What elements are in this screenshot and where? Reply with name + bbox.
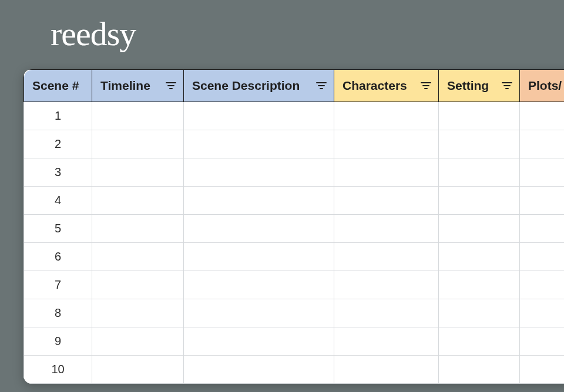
cell[interactable] bbox=[184, 158, 334, 187]
table-row: 10 bbox=[24, 356, 565, 384]
cell[interactable] bbox=[439, 102, 520, 130]
spreadsheet: Scene # Timeline Scene Description bbox=[24, 69, 564, 384]
cell[interactable] bbox=[184, 187, 334, 215]
cell[interactable] bbox=[184, 215, 334, 243]
cell[interactable] bbox=[439, 327, 520, 356]
cell[interactable] bbox=[520, 327, 565, 356]
cell[interactable] bbox=[439, 215, 520, 243]
cell[interactable] bbox=[439, 130, 520, 158]
cell[interactable] bbox=[334, 356, 439, 384]
cell[interactable] bbox=[334, 327, 439, 356]
cell-scene-num[interactable]: 4 bbox=[24, 187, 92, 215]
col-header-scene-description[interactable]: Scene Description bbox=[184, 70, 334, 102]
cell[interactable] bbox=[439, 187, 520, 215]
cell[interactable] bbox=[520, 356, 565, 384]
cell-scene-num[interactable]: 3 bbox=[24, 158, 92, 187]
col-label: Characters bbox=[343, 79, 407, 93]
cell-scene-num[interactable]: 10 bbox=[24, 356, 92, 384]
cell-scene-num[interactable]: 9 bbox=[24, 327, 92, 356]
col-label: Scene # bbox=[32, 79, 79, 93]
cell[interactable] bbox=[334, 243, 439, 271]
filter-icon[interactable] bbox=[502, 82, 512, 90]
cell[interactable] bbox=[334, 187, 439, 215]
col-label: Plots/ bbox=[528, 79, 562, 93]
filter-icon[interactable] bbox=[316, 82, 327, 90]
cell[interactable] bbox=[520, 271, 565, 299]
cell-scene-num[interactable]: 2 bbox=[24, 130, 92, 158]
cell[interactable] bbox=[92, 271, 184, 299]
cell[interactable] bbox=[520, 158, 565, 187]
col-label: Setting bbox=[447, 79, 489, 93]
cell[interactable] bbox=[184, 327, 334, 356]
table-row: 9 bbox=[24, 327, 565, 356]
cell[interactable] bbox=[520, 243, 565, 271]
cell[interactable] bbox=[520, 102, 565, 130]
cell[interactable] bbox=[439, 356, 520, 384]
cell[interactable] bbox=[520, 187, 565, 215]
table-row: 1 bbox=[24, 102, 565, 130]
cell[interactable] bbox=[92, 187, 184, 215]
cell[interactable] bbox=[334, 215, 439, 243]
scene-table: Scene # Timeline Scene Description bbox=[24, 69, 564, 384]
cell[interactable] bbox=[92, 102, 184, 130]
cell[interactable] bbox=[184, 243, 334, 271]
col-header-scene-num[interactable]: Scene # bbox=[24, 70, 92, 102]
cell[interactable] bbox=[334, 158, 439, 187]
cell[interactable] bbox=[520, 130, 565, 158]
table-row: 3 bbox=[24, 158, 565, 187]
cell[interactable] bbox=[184, 299, 334, 327]
table-row: 2 bbox=[24, 130, 565, 158]
cell[interactable] bbox=[184, 102, 334, 130]
cell[interactable] bbox=[334, 102, 439, 130]
cell-scene-num[interactable]: 7 bbox=[24, 271, 92, 299]
cell[interactable] bbox=[184, 130, 334, 158]
cell[interactable] bbox=[334, 299, 439, 327]
cell[interactable] bbox=[92, 327, 184, 356]
table-row: 4 bbox=[24, 187, 565, 215]
cell[interactable] bbox=[439, 243, 520, 271]
cell-scene-num[interactable]: 5 bbox=[24, 215, 92, 243]
cell-scene-num[interactable]: 1 bbox=[24, 102, 92, 130]
cell[interactable] bbox=[439, 271, 520, 299]
cell[interactable] bbox=[92, 243, 184, 271]
col-header-setting[interactable]: Setting bbox=[439, 70, 520, 102]
cell-scene-num[interactable]: 6 bbox=[24, 243, 92, 271]
cell[interactable] bbox=[520, 299, 565, 327]
table-row: 6 bbox=[24, 243, 565, 271]
cell[interactable] bbox=[520, 215, 565, 243]
filter-icon[interactable] bbox=[421, 82, 431, 90]
cell[interactable] bbox=[439, 158, 520, 187]
cell[interactable] bbox=[92, 356, 184, 384]
cell[interactable] bbox=[184, 271, 334, 299]
col-label: Timeline bbox=[100, 79, 150, 93]
filter-icon[interactable] bbox=[166, 82, 176, 90]
cell[interactable] bbox=[439, 299, 520, 327]
cell[interactable] bbox=[92, 299, 184, 327]
cell[interactable] bbox=[184, 356, 334, 384]
cell[interactable] bbox=[92, 130, 184, 158]
table-row: 5 bbox=[24, 215, 565, 243]
cell[interactable] bbox=[92, 158, 184, 187]
col-header-characters[interactable]: Characters bbox=[334, 70, 439, 102]
brand-logo: reedsy bbox=[51, 14, 136, 53]
col-header-timeline[interactable]: Timeline bbox=[92, 70, 184, 102]
cell-scene-num[interactable]: 8 bbox=[24, 299, 92, 327]
cell[interactable] bbox=[92, 215, 184, 243]
col-label: Scene Description bbox=[192, 79, 300, 93]
col-header-plots[interactable]: Plots/ bbox=[520, 70, 565, 102]
cell[interactable] bbox=[334, 271, 439, 299]
table-row: 7 bbox=[24, 271, 565, 299]
table-row: 8 bbox=[24, 299, 565, 327]
cell[interactable] bbox=[334, 130, 439, 158]
